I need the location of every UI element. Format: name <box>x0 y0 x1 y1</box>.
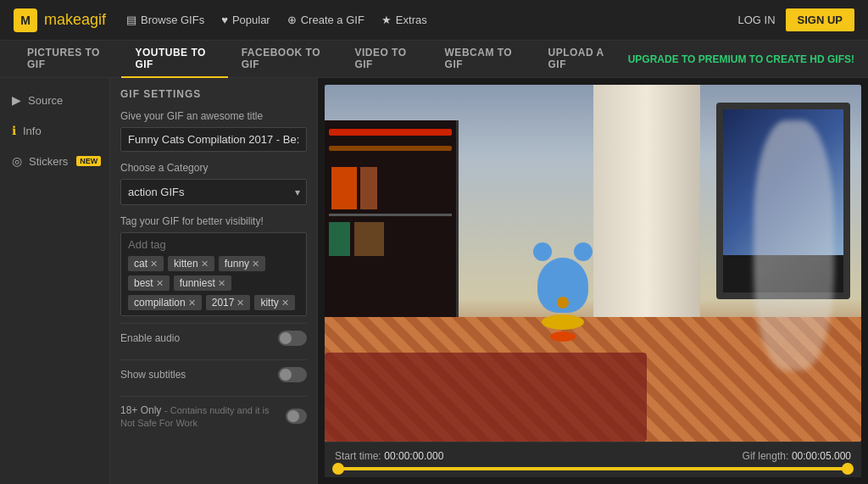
extras-icon: ★ <box>381 14 392 26</box>
tab-pictures-to-gif[interactable]: PICTURES TO GIF <box>14 41 121 78</box>
shelf-item-4 <box>360 167 377 209</box>
tag-kitty: kitty ✕ <box>254 295 294 310</box>
sub-nav-links: PICTURES TO GIF YOUTUBE TO GIF FACEBOOK … <box>14 41 628 78</box>
tag-funny: funny ✕ <box>219 256 265 271</box>
gif-length-label: Gif length: <box>743 450 789 462</box>
scene <box>325 85 861 442</box>
tag-kitten: kitten ✕ <box>168 256 214 271</box>
shelf-item-1 <box>329 129 452 136</box>
remove-tag-best[interactable]: ✕ <box>156 278 164 289</box>
scene-rug <box>325 353 647 442</box>
cat-blur <box>754 120 834 370</box>
toy-body <box>537 258 588 313</box>
tab-youtube-to-gif[interactable]: YOUTUBE TO GIF <box>121 41 227 78</box>
nav-extras[interactable]: ★ Extras <box>381 14 427 26</box>
source-icon: ▶ <box>12 93 21 107</box>
nsfw-label: 18+ Only <box>120 404 161 416</box>
settings-panel: GIF SETTINGS Give your GIF an awesome ti… <box>110 78 318 484</box>
tag-compilation: compilation ✕ <box>128 295 202 310</box>
shelf-item-5 <box>329 222 350 256</box>
tags-row: cat ✕ kitten ✕ funny ✕ best ✕ funniest ✕… <box>128 256 299 310</box>
remove-tag-2017[interactable]: ✕ <box>236 298 244 309</box>
slider-thumb-right[interactable] <box>842 463 854 475</box>
category-select[interactable]: action GIFs funny GIFs cats GIFs animals… <box>120 179 307 205</box>
tab-upload-a-gif[interactable]: UPLOAD A GIF <box>535 41 628 78</box>
logo-box: M <box>14 8 37 32</box>
start-time-value: 00:00:00.000 <box>384 450 443 462</box>
gif-length-group: Gif length: 00:00:05.000 <box>743 449 851 462</box>
shelf-divider <box>329 214 452 216</box>
nav-popular[interactable]: ♥ Popular <box>221 14 270 26</box>
nsfw-toggle[interactable] <box>286 409 307 424</box>
remove-tag-cat[interactable]: ✕ <box>150 259 158 270</box>
login-button[interactable]: LOG IN <box>737 14 775 26</box>
tag-label: Tag your GIF for better visibility! <box>120 215 307 227</box>
gif-title-input[interactable] <box>120 127 307 152</box>
content-area: Start time: 00:00:00.000 Gif length: 00:… <box>318 78 868 484</box>
toggle-knob-nsfw <box>287 410 299 422</box>
sidebar-label-info: Info <box>23 125 42 137</box>
tag-container: cat ✕ kitten ✕ funny ✕ best ✕ funniest ✕… <box>120 232 307 316</box>
sidebar-item-stickers[interactable]: ◎ Stickers NEW <box>0 146 109 176</box>
sidebar-label-source: Source <box>28 94 63 107</box>
start-time-label: Start time: <box>335 450 381 462</box>
category-label: Choose a Category <box>120 162 307 174</box>
sidebar: ▶ Source ℹ Info ◎ Stickers NEW <box>0 78 110 484</box>
info-icon: ℹ <box>12 124 16 137</box>
slider-thumb-left[interactable] <box>332 463 344 475</box>
remove-tag-funny[interactable]: ✕ <box>252 259 259 270</box>
enable-audio-row: Enable audio <box>120 323 307 353</box>
toggle-knob-subtitles <box>280 369 292 381</box>
sidebar-item-source[interactable]: ▶ Source <box>0 85 109 115</box>
tag-2017: 2017 ✕ <box>206 295 251 310</box>
shelf-item-3 <box>331 167 357 209</box>
category-select-wrap: action GIFs funny GIFs cats GIFs animals… <box>120 179 307 205</box>
tag-input[interactable] <box>128 238 299 251</box>
browse-icon: ▤ <box>126 14 136 26</box>
enable-audio-label: Enable audio <box>120 332 180 344</box>
nav-links: ▤ Browse GIFs ♥ Popular ⊕ Create a GIF ★… <box>126 14 737 26</box>
logo[interactable]: M makeagif <box>14 8 106 32</box>
timeline-slider[interactable] <box>338 467 848 470</box>
show-subtitles-label: Show subtitles <box>120 369 186 381</box>
toy-item <box>550 331 576 342</box>
timeline-area: Start time: 00:00:00.000 Gif length: 00:… <box>325 442 861 477</box>
ear-left <box>533 242 552 261</box>
tag-funniest: funniest ✕ <box>174 275 231 291</box>
nav-create[interactable]: ⊕ Create a GIF <box>287 14 364 26</box>
create-icon: ⊕ <box>287 14 297 26</box>
tag-best: best ✕ <box>128 275 170 291</box>
stickers-icon: ◎ <box>12 154 22 168</box>
sub-nav: PICTURES TO GIF YOUTUBE TO GIF FACEBOOK … <box>0 41 868 78</box>
tag-cat: cat ✕ <box>128 256 164 271</box>
sidebar-item-info[interactable]: ℹ Info <box>0 115 109 146</box>
tab-webcam-to-gif[interactable]: WEBCAM TO GIF <box>431 41 535 78</box>
remove-tag-kitten[interactable]: ✕ <box>201 259 209 270</box>
nsfw-row: 18+ Only - Contains nudity and it is Not… <box>120 396 307 436</box>
title-label: Give your GIF an awesome title <box>120 110 307 122</box>
signup-button[interactable]: SIGN UP <box>786 8 854 31</box>
popular-icon: ♥ <box>221 14 228 26</box>
show-subtitles-row: Show subtitles <box>120 359 307 389</box>
new-badge: NEW <box>76 156 101 166</box>
video-preview <box>325 85 861 442</box>
nsfw-labels: 18+ Only - Contains nudity and it is Not… <box>120 403 286 429</box>
tab-facebook-to-gif[interactable]: FACEBOOK TO GIF <box>228 41 342 78</box>
nav-right: LOG IN SIGN UP <box>737 8 854 31</box>
logo-text: makeagif <box>44 11 106 29</box>
enable-audio-toggle[interactable] <box>278 331 307 346</box>
gif-length-value: 00:00:05.000 <box>792 450 851 462</box>
remove-tag-compilation[interactable]: ✕ <box>188 298 196 309</box>
nav-browse[interactable]: ▤ Browse GIFs <box>126 14 204 26</box>
tab-video-to-gif[interactable]: VIDEO TO GIF <box>341 41 431 78</box>
toy-bowl <box>542 314 584 330</box>
main-layout: ▶ Source ℹ Info ◎ Stickers NEW GIF SETTI… <box>0 78 868 484</box>
toy-elephant <box>529 242 597 342</box>
toggle-knob-audio <box>280 332 292 344</box>
ear-right <box>574 242 593 261</box>
shelf-item-6 <box>354 222 384 256</box>
upgrade-text: UPGRADE TO PREMIUM TO CREATE HD GIFS! <box>628 53 854 65</box>
remove-tag-funniest[interactable]: ✕ <box>218 278 225 289</box>
remove-tag-kitty[interactable]: ✕ <box>281 298 289 309</box>
show-subtitles-toggle[interactable] <box>278 367 307 382</box>
